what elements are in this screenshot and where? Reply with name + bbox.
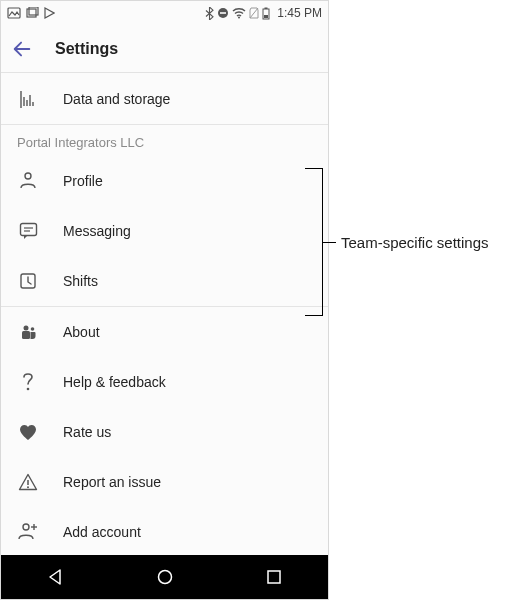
settings-list: Data and storage Portal Integrators LLC … — [1, 74, 328, 555]
settings-item-profile[interactable]: Profile — [1, 156, 328, 206]
image-notif-icon — [7, 7, 21, 19]
svg-marker-3 — [45, 8, 54, 18]
battery-icon — [262, 7, 270, 20]
svg-point-16 — [25, 173, 31, 179]
settings-item-label: About — [63, 324, 100, 340]
svg-rect-1 — [27, 9, 36, 17]
svg-rect-10 — [264, 15, 268, 18]
nav-recent-button[interactable] — [254, 557, 294, 597]
org-header: Portal Integrators LLC — [1, 125, 328, 156]
settings-item-about[interactable]: About — [1, 307, 328, 357]
svg-rect-33 — [268, 571, 280, 583]
status-time: 1:45 PM — [277, 6, 322, 20]
android-nav-bar — [1, 555, 328, 599]
no-sim-icon — [249, 7, 259, 19]
page-title: Settings — [55, 40, 118, 58]
svg-point-28 — [23, 524, 29, 530]
question-icon — [17, 372, 39, 392]
svg-marker-31 — [50, 570, 60, 584]
annotation-callout: Team-specific settings — [305, 168, 489, 316]
settings-item-label: Add account — [63, 524, 141, 540]
bar-chart-icon — [17, 91, 39, 108]
bracket-icon — [305, 168, 323, 316]
annotation-label: Team-specific settings — [341, 234, 489, 251]
messaging-icon — [17, 222, 39, 240]
back-icon[interactable] — [11, 38, 33, 60]
settings-item-label: Messaging — [63, 223, 131, 239]
settings-item-data-storage[interactable]: Data and storage — [1, 74, 328, 124]
svg-rect-17 — [20, 224, 36, 236]
settings-item-label: Data and storage — [63, 91, 170, 107]
settings-item-label: Report an issue — [63, 474, 161, 490]
svg-point-6 — [238, 16, 240, 18]
play-notif-icon — [43, 7, 55, 19]
settings-item-help[interactable]: Help & feedback — [1, 357, 328, 407]
settings-item-messaging[interactable]: Messaging — [1, 206, 328, 256]
shifts-icon — [17, 272, 39, 290]
settings-item-label: Help & feedback — [63, 374, 166, 390]
settings-item-report[interactable]: Report an issue — [1, 457, 328, 507]
nav-home-button[interactable] — [145, 557, 185, 597]
svg-point-32 — [158, 571, 171, 584]
svg-line-7 — [250, 8, 258, 18]
add-account-icon — [17, 523, 39, 541]
svg-rect-9 — [265, 7, 268, 9]
teams-icon — [17, 324, 39, 340]
settings-item-label: Profile — [63, 173, 103, 189]
settings-item-add-account[interactable]: Add account — [1, 507, 328, 555]
svg-point-23 — [31, 327, 35, 331]
status-bar: 1:45 PM — [1, 1, 328, 25]
svg-rect-5 — [220, 12, 226, 14]
dnd-icon — [217, 7, 229, 19]
wifi-icon — [232, 8, 246, 19]
svg-rect-24 — [22, 331, 30, 339]
svg-point-27 — [27, 486, 29, 488]
bluetooth-icon — [205, 7, 214, 20]
app-bar: Settings — [1, 25, 328, 73]
profile-icon — [17, 172, 39, 190]
settings-item-shifts[interactable]: Shifts — [1, 256, 328, 306]
svg-point-25 — [27, 388, 30, 391]
settings-item-rate[interactable]: Rate us — [1, 407, 328, 457]
nav-back-button[interactable] — [36, 557, 76, 597]
warning-icon — [17, 473, 39, 491]
settings-item-label: Rate us — [63, 424, 111, 440]
heart-icon — [17, 424, 39, 441]
svg-rect-2 — [29, 7, 38, 15]
svg-point-22 — [24, 326, 29, 331]
settings-item-label: Shifts — [63, 273, 98, 289]
gallery-notif-icon — [25, 7, 39, 19]
phone-frame: 1:45 PM Settings Data and storage Portal… — [0, 0, 329, 600]
